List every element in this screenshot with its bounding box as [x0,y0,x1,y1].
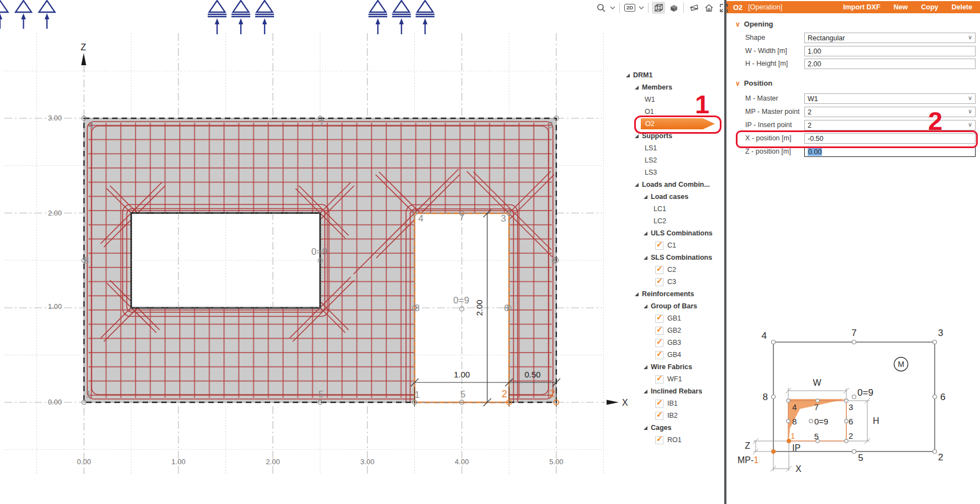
tree-item-lc2[interactable]: LC2 [621,215,725,227]
checkbox-checked-icon[interactable] [655,242,663,250]
expander-icon[interactable] [644,365,647,369]
clipping-view-icon[interactable] [687,2,700,14]
tree-item-gb3[interactable]: GB3 [621,337,725,349]
tree-item-wire-fabrics[interactable]: Wire Fabrics [621,361,725,373]
dim-door-height: 2.00 [475,300,484,316]
checkbox-checked-icon[interactable] [655,412,663,420]
tree-item-c2[interactable]: C2 [621,264,725,276]
tree-item-members[interactable]: Members [621,81,725,93]
expander-icon[interactable] [635,134,639,138]
solid-view-icon[interactable] [667,2,680,14]
annotation-step-2: 2 [928,106,942,136]
svg-text:6: 6 [504,303,509,313]
svg-text:2: 2 [550,388,555,399]
tree-item-reinforcements[interactable]: Reinforcements [621,288,725,300]
svg-text:0.00: 0.00 [48,398,62,406]
height-input[interactable]: 2.00 [804,59,976,69]
checkbox-checked-icon[interactable] [655,278,663,286]
expander-icon[interactable] [644,232,647,235]
opening-section-header[interactable]: ∨ Opening [735,20,773,28]
tree-item-sls-combinations[interactable]: SLS Combinations [621,251,725,264]
checkbox-checked-icon[interactable] [655,436,663,444]
svg-text:4.00: 4.00 [455,458,468,466]
master-symbol: M [898,360,904,369]
fit-to-screen-icon[interactable] [717,2,730,14]
tree-item-uls-combinations[interactable]: ULS Combinations [621,227,725,239]
position-section-header[interactable]: ∨ Position [735,79,772,87]
tree-item-ls3[interactable]: LS3 [621,166,725,179]
supports[interactable] [0,1,435,34]
home-view-icon[interactable] [702,2,715,14]
checkbox-checked-icon[interactable] [655,339,663,347]
delete-button[interactable]: Delete [951,3,972,11]
tree-item-gb4[interactable]: GB4 [621,349,725,361]
svg-text:3.00: 3.00 [360,458,374,466]
tree-item-wf1[interactable]: WF1 [621,373,725,385]
checkbox-checked-icon[interactable] [655,327,663,335]
svg-text:1: 1 [414,390,419,400]
shape-select[interactable]: Rectangular∨ [804,33,976,43]
checkbox-checked-icon[interactable] [655,400,663,408]
tree-item-c3[interactable]: C3 [621,276,725,288]
expander-icon[interactable] [644,390,647,393]
dim-right-offset: 0.50 [524,370,540,379]
expander-icon[interactable] [644,195,647,199]
tree-item-load-cases[interactable]: Load cases [621,191,725,203]
view-2d-button[interactable]: 2D [623,2,636,14]
svg-text:2: 2 [502,389,507,400]
master-point-select[interactable]: 2∨ [804,107,976,117]
insert-point-select[interactable]: 2∨ [804,120,976,130]
tree-item-ls2[interactable]: LS2 [621,154,725,166]
tree-item-w1[interactable]: W1 [621,93,725,106]
master-row: M - Master W1∨ [745,93,976,104]
svg-text:6: 6 [551,255,556,266]
import-dxf-button[interactable]: Import DXF [843,3,880,11]
toolbar-separator [648,3,649,13]
svg-text:4: 4 [762,330,767,341]
expander-icon[interactable] [644,256,647,260]
svg-text:2: 2 [938,452,943,463]
wireframe-view-icon[interactable] [652,2,665,14]
checkbox-checked-icon[interactable] [655,351,663,359]
tree-item-group-of-bars[interactable]: Group of Bars [621,300,725,312]
expander-icon[interactable] [644,426,647,430]
tree-item-lc1[interactable]: LC1 [621,203,725,215]
svg-text:7: 7 [851,328,856,338]
expander-icon[interactable] [626,74,630,77]
tree-item-gb1[interactable]: GB1 [621,312,725,324]
selected-object-title: O2 [733,3,742,12]
view-dropdown-chevron[interactable] [638,2,645,14]
tree-item-cages[interactable]: Cages [621,422,725,434]
svg-text:X: X [795,464,802,474]
tree-item-ib2[interactable]: IB2 [621,410,725,422]
tree-item-ro1[interactable]: RO1 [621,434,725,446]
shape-row: Shape Rectangular∨ [745,33,976,43]
width-input[interactable]: 1.00 [804,46,976,56]
drawing-canvas[interactable]: 1.00 0.50 2.00 [0,0,726,504]
copy-button[interactable]: Copy [921,3,938,11]
tree-item-ib1[interactable]: IB1 [621,397,725,410]
checkbox-checked-icon[interactable] [655,314,663,323]
checkbox-checked-icon[interactable] [655,266,663,274]
tree-item-c1[interactable]: C1 [621,239,725,251]
tree-item-inclined-rebars[interactable]: Inclined Rebars [621,385,725,397]
tree-item-loads[interactable]: Loads and Combin... [621,179,725,191]
checkbox-checked-icon[interactable] [655,375,663,384]
expander-icon[interactable] [635,183,639,187]
zoom-dropdown-chevron[interactable] [609,2,616,14]
new-button[interactable]: New [894,3,908,11]
tree-item-gb2[interactable]: GB2 [621,324,725,337]
zoom-tool-icon[interactable] [594,2,608,14]
chevron-down-icon: ∨ [968,108,972,115]
svg-text:7: 7 [319,118,324,129]
tree-item-ls1[interactable]: LS1 [621,142,725,154]
svg-text:1: 1 [86,389,91,400]
expander-icon[interactable] [635,86,639,90]
svg-text:0=9: 0=9 [857,387,873,398]
expander-icon[interactable] [644,305,647,308]
tree-item-drm1[interactable]: DRM1 [621,69,725,81]
expander-icon[interactable] [635,292,639,296]
annotation-step-1: 1 [695,89,709,119]
master-select[interactable]: W1∨ [804,93,976,104]
svg-text:6: 6 [849,417,853,426]
